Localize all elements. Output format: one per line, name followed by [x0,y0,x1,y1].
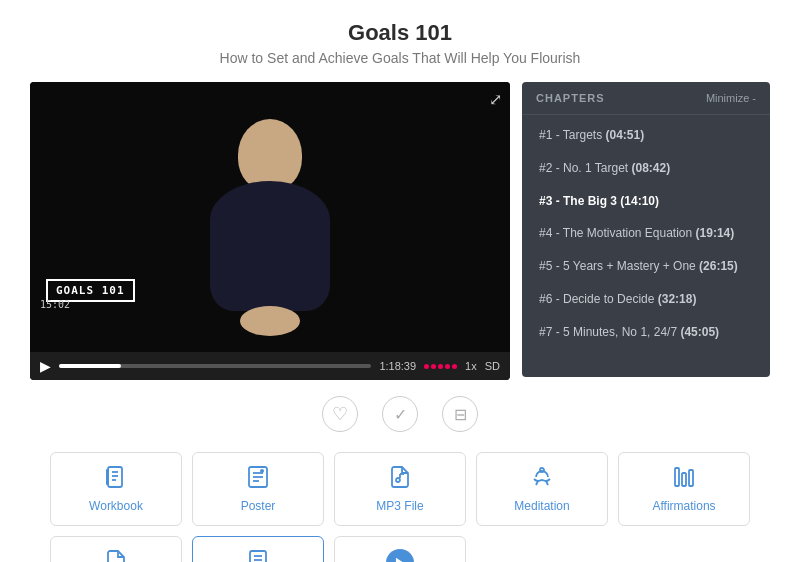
poster-label: Poster [241,499,276,513]
content-row: GOALS 101 15:02 ⤢ ▶ 1:18:39 [30,82,770,380]
speed-label[interactable]: 1x [465,360,477,372]
video-current-time: 15:02 [40,299,70,310]
chapter-time: (04:51) [605,128,644,142]
speed-dots [424,364,457,369]
meditation-icon [530,465,554,493]
chapter-list: #1 - Targets (04:51)#2 - No. 1 Target (0… [522,115,770,353]
chapter-item-2[interactable]: #2 - No. 1 Target (08:42) [522,152,770,185]
chapter-item-7[interactable]: #7 - 5 Minutes, No 1, 24/7 (45:05) [522,316,770,349]
bookmark-button[interactable]: ⊟ [442,396,478,432]
chapter-time: (14:10) [620,194,659,208]
chapter-time: (32:18) [658,292,697,306]
minimize-button[interactable]: Minimize - [706,92,756,104]
page-subtitle: How to Set and Achieve Goals That Will H… [30,50,770,66]
svg-marker-23 [396,558,404,562]
workbook-icon [104,465,128,493]
chapter-item-4[interactable]: #4 - The Motivation Equation (19:14) [522,217,770,250]
complete-button[interactable]: ✓ [382,396,418,432]
chapter-item-6[interactable]: #6 - Decide to Decide (32:18) [522,283,770,316]
chapter-label: #7 - 5 Minutes, No 1, 24/7 [539,325,680,339]
total-time: 1:18:39 [379,360,416,372]
mp3-label: MP3 File [376,499,423,513]
brians-notes-button[interactable]: Brian's Notes [192,536,324,562]
video-person-head [238,119,302,191]
workbook-label: Workbook [89,499,143,513]
progress-fill [59,364,121,368]
chapters-header: CHAPTERS Minimize - [522,82,770,115]
progress-bar[interactable] [59,364,371,368]
chapters-panel: CHAPTERS Minimize - #1 - Targets (04:51)… [522,82,770,377]
svg-rect-0 [108,467,122,487]
bonus-button[interactable]: Bonus [334,536,466,562]
video-person-body [210,181,330,311]
svg-rect-15 [689,470,693,486]
bonus-icon [386,549,414,562]
poster-icon [246,465,270,493]
video-scene[interactable]: GOALS 101 15:02 ⤢ [30,82,510,352]
chapter-label: #3 - The Big 3 [539,194,620,208]
chapter-label: #1 - Targets [539,128,605,142]
zip-icon [104,549,128,562]
chapter-label: #2 - No. 1 Target [539,161,632,175]
affirmations-icon [672,465,696,493]
chapter-time: (45:05) [680,325,719,339]
chapter-time: (08:42) [632,161,671,175]
chapter-item-3[interactable]: #3 - The Big 3 (14:10) [522,185,770,218]
dot-2 [431,364,436,369]
resources-row2: ZIP Brian's Notes Bonus [30,526,770,562]
chapter-label: #6 - Decide to Decide [539,292,658,306]
chapter-item-1[interactable]: #1 - Targets (04:51) [522,119,770,152]
svg-rect-14 [682,473,686,486]
svg-point-9 [260,469,264,473]
dot-3 [438,364,443,369]
expand-icon[interactable]: ⤢ [489,90,502,109]
page-header: Goals 101 How to Set and Achieve Goals T… [30,20,770,66]
svg-rect-4 [106,469,109,485]
play-button[interactable]: ▶ [40,358,51,374]
affirmations-label: Affirmations [652,499,715,513]
dot-5 [452,364,457,369]
meditation-button[interactable]: Meditation [476,452,608,526]
dot-1 [424,364,429,369]
page-title: Goals 101 [30,20,770,46]
chapter-item-5[interactable]: #5 - 5 Years + Mastery + One (26:15) [522,250,770,283]
quality-label[interactable]: SD [485,360,500,372]
chapters-title: CHAPTERS [536,92,605,104]
dot-4 [445,364,450,369]
mp3-button[interactable]: MP3 File [334,452,466,526]
resources-row1: Workbook Poster [30,452,770,526]
svg-rect-13 [675,468,679,486]
page-wrapper: Goals 101 How to Set and Achieve Goals T… [0,0,800,562]
chapter-time: (26:15) [699,259,738,273]
chapter-time: (19:14) [696,226,735,240]
video-controls: ▶ 1:18:39 1x SD [30,352,510,380]
poster-button[interactable]: Poster [192,452,324,526]
zip-button[interactable]: ZIP [50,536,182,562]
chapter-label: #5 - 5 Years + Mastery + One [539,259,699,273]
notes-icon [246,549,270,562]
video-player: GOALS 101 15:02 ⤢ ▶ 1:18:39 [30,82,510,380]
action-icons-row: ♡ ✓ ⊟ [30,396,770,432]
affirmations-button[interactable]: Affirmations [618,452,750,526]
meditation-label: Meditation [514,499,569,513]
video-person-hands [240,306,300,336]
like-button[interactable]: ♡ [322,396,358,432]
workbook-button[interactable]: Workbook [50,452,182,526]
mp3-icon [388,465,412,493]
chapter-label: #4 - The Motivation Equation [539,226,696,240]
